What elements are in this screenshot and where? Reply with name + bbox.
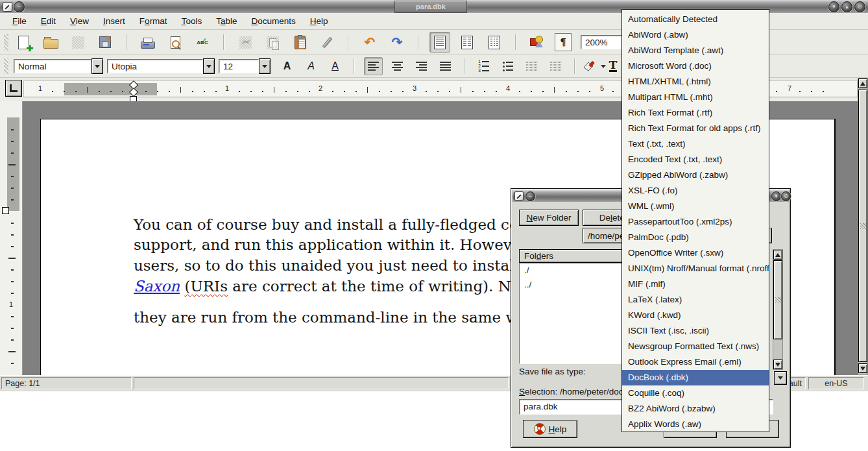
format-option[interactable]: Rich Text Format (.rtf) [622,105,769,121]
italic-button[interactable]: A [302,58,320,75]
menu-view[interactable]: View [63,16,96,26]
format-option[interactable]: BZ2 AbiWord (.bzabw) [622,401,769,417]
align-left-button[interactable] [365,58,382,75]
menu-format[interactable]: Format [132,16,175,26]
undo-icon: ↶ [365,34,376,50]
format-option[interactable]: ISCII Text (.isc, .iscii) [622,323,769,339]
scroll-up-icon[interactable] [858,79,867,88]
show-paragraphs-button[interactable]: ¶ [555,33,572,51]
align-right-button[interactable] [413,58,430,75]
scrollbar-thumb[interactable] [773,260,782,339]
format-option[interactable]: PalmDoc (.pdb) [622,230,769,245]
toolbar-grip[interactable] [4,34,8,51]
minimize-icon[interactable]: ▾ [771,191,781,201]
save-as-icon: ✎ [99,36,111,48]
style-combo: Normal [14,58,103,74]
menu-documents[interactable]: Documents [244,16,302,26]
font-dropdown-arrow[interactable] [203,58,215,74]
lifebuoy-icon [534,423,546,435]
stylus-button[interactable] [317,32,337,52]
format-option[interactable]: AbiWord (.abw) [622,27,769,43]
format-option[interactable]: Text (.txt, .text) [622,136,769,152]
paste-button[interactable] [290,32,309,52]
format-option[interactable]: HTML/XHTML (.html) [622,74,769,90]
menu-help[interactable]: Help [303,16,335,26]
menu-file[interactable]: File [5,16,34,26]
align-center-button[interactable] [389,58,406,75]
undo-button[interactable]: ↶ [360,32,380,52]
format-option[interactable]: WML (.wml) [622,199,769,214]
view-1-column-button[interactable] [430,32,450,52]
ruler-tick [344,91,345,92]
format-option[interactable]: Automatically Detected [622,12,769,27]
underline-button[interactable]: A [326,58,344,75]
format-option[interactable]: Outlook Express Email (.eml) [622,354,769,370]
font-value[interactable]: Utopia [107,59,203,73]
maximize-icon[interactable]: ▴ [841,1,852,12]
format-option[interactable]: Microsoft Word (.doc) [622,58,769,74]
shade-icon[interactable]: – [14,1,25,12]
menu-insert[interactable]: Insert [96,16,132,26]
print-preview-button[interactable] [165,32,185,52]
help-button[interactable]: Help [523,420,577,438]
format-option[interactable]: Applix Words (.aw) [622,417,769,432]
spellcheck-button[interactable]: ABC✓ [193,32,212,52]
font-size-value[interactable]: 12 [219,59,259,73]
bold-button[interactable]: A [278,58,296,75]
font-size-dropdown-arrow[interactable] [259,58,271,74]
format-option[interactable]: Encoded Text (.txt, .text) [622,152,769,167]
scroll-up-icon[interactable] [773,250,782,260]
top-margin-marker[interactable] [2,207,9,214]
file-type-dropdown-arrow[interactable] [774,371,787,385]
menu-edit[interactable]: Edit [34,16,63,26]
highlight-color-button[interactable] [585,58,603,75]
minimize-icon[interactable]: ▾ [828,1,839,12]
format-option[interactable]: Coquille (.coq) [622,385,769,401]
style-value[interactable]: Normal [14,59,91,73]
scrollbar-thumb[interactable] [858,90,867,362]
new-folder-button[interactable]: New Folder [519,210,579,226]
format-option[interactable]: Rich Text Format for old apps (.rtf) [622,121,769,136]
bullet-list-button[interactable] [499,58,516,75]
print-button[interactable] [138,32,158,52]
format-option[interactable]: XSL-FO (.fo) [622,183,769,199]
close-icon[interactable]: ⊘ [854,1,865,12]
format-option[interactable]: LaTeX (.latex) [622,292,769,308]
ruler-number: 3 [413,84,416,92]
format-option[interactable]: AbiWord Template (.awt) [622,43,769,58]
saxon-link[interactable]: Saxon [134,278,180,295]
numbered-list-button[interactable]: 123 [475,58,492,75]
language-indicator[interactable]: en-US [808,377,864,389]
shade-icon[interactable]: – [525,191,535,201]
tab-selector-button[interactable] [5,80,22,97]
chevron-down-icon[interactable] [601,65,606,68]
insert-shapes-button[interactable] [527,32,547,52]
format-option[interactable]: Newsgroup Formatted Text (.nws) [622,339,769,354]
open-folder-button[interactable] [41,32,60,52]
ruler-tick [145,91,147,92]
format-option[interactable]: OpenOffice Writer (.sxw) [622,245,769,261]
format-option[interactable]: GZipped AbiWord (.zabw) [622,167,769,183]
new-document-button[interactable]: ✚ [14,32,33,52]
scroll-down-icon[interactable] [773,360,782,369]
format-option[interactable]: MIF (.mif) [622,276,769,292]
view-3-columns-button[interactable] [485,32,504,52]
align-justify-button[interactable] [437,58,454,75]
format-option[interactable]: Multipart HTML (.mht) [622,90,769,105]
view-2-columns-button[interactable] [457,32,477,52]
menu-tools[interactable]: Tools [175,16,210,26]
style-dropdown-arrow[interactable] [91,58,103,74]
format-option[interactable]: DocBook (.dbk) [622,370,769,385]
toolbar-grip[interactable] [4,58,8,74]
vertical-scrollbar[interactable] [858,78,868,375]
format-option[interactable]: KWord (.kwd) [622,308,769,323]
menu-table[interactable]: Table [209,16,244,26]
format-option[interactable]: PassepartoutToo (.xml2ps) [622,214,769,230]
format-option[interactable]: UNIX(tm) Nroff/Manual format (.nroff) [622,261,769,276]
scroll-down-icon[interactable] [858,363,867,373]
vertical-ruler[interactable]: 1 [0,101,23,375]
save-as-button[interactable]: ✎ [95,32,115,52]
close-icon[interactable]: ⊘ [781,191,791,201]
files-scrollbar[interactable] [773,249,783,370]
redo-button[interactable]: ↷ [387,32,407,52]
